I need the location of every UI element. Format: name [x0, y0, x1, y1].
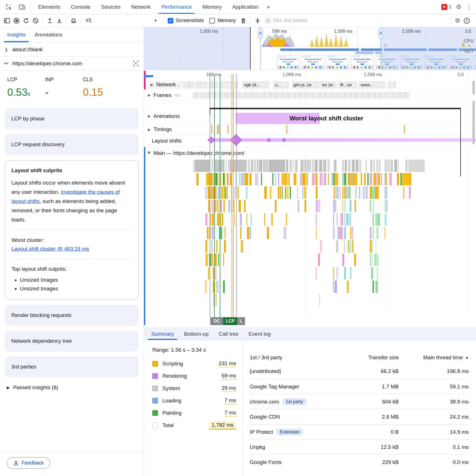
insight-card-network-dependency-tree[interactable]: Network dependency tree — [5, 331, 139, 351]
network-request-bar[interactable] — [195, 81, 199, 88]
capture-screenshot-icon[interactable] — [132, 60, 139, 67]
marker-chip-lcp[interactable]: LCP — [223, 317, 237, 325]
table-row[interactable]: chrome.com1st party604 kB38.9 ms — [250, 394, 469, 409]
panel-tab-call-tree[interactable]: Call tree — [214, 328, 244, 340]
column-header-party[interactable]: 1st / 3rd party — [250, 354, 340, 361]
inspect-element-icon[interactable] — [4, 2, 13, 12]
network-request-bar[interactable] — [212, 81, 218, 88]
metric-value: 0.53s — [7, 87, 45, 98]
filmstrip-screenshot[interactable]: A Powerful Web.Made Easier. — [302, 55, 324, 69]
column-header-transfer-size[interactable]: Transfer size — [340, 354, 399, 361]
capture-settings-gear-icon[interactable]: ⚙ — [455, 18, 460, 24]
overview-left-handle[interactable]: ‖ — [258, 28, 263, 39]
column-header-main-thread-time[interactable]: Main thread time▼ — [399, 354, 469, 361]
tab-performance[interactable]: Performance — [156, 0, 197, 14]
tab-memory[interactable]: Memory — [197, 0, 227, 14]
filmstrip-screenshot[interactable]: A Powerful Web.Made Easier. — [326, 55, 349, 69]
detail-ruler-label: 599 ms — [206, 72, 221, 77]
clear-icon[interactable] — [31, 16, 40, 25]
nav-about-blank[interactable]: ❯ about://blank — [0, 43, 144, 57]
scrollbar-thumb[interactable] — [472, 101, 475, 144]
filmstrip-screenshot[interactable]: A Powerful Web.Made Easier. — [351, 55, 374, 69]
reload-record-icon[interactable] — [21, 16, 31, 25]
legend-swatch — [152, 398, 158, 403]
garbage-collect-icon[interactable] — [239, 16, 248, 25]
panel-tab-summary[interactable]: Summary — [146, 328, 179, 340]
help-icon[interactable]: ? — [462, 16, 472, 25]
sidebar-tab-annotations[interactable]: Annotations — [31, 27, 66, 42]
main-thread-track-header[interactable]: ▶Main — https://developer.chrome.com/ — [144, 147, 476, 159]
timings-track[interactable]: ▶Timings — [144, 124, 476, 135]
memory-checkbox[interactable]: Memory — [209, 18, 236, 24]
dock-side-icon[interactable] — [2, 16, 12, 25]
history-select[interactable]: #1▼ — [83, 18, 160, 24]
sidebar-tab-insights[interactable]: Insights — [4, 27, 29, 42]
scrollbar-thumb[interactable] — [472, 81, 475, 95]
layout-shift-culprits-card[interactable]: Layout shift culprits Layout shifts occu… — [5, 160, 139, 300]
error-badge[interactable]: ✕1 — [441, 4, 451, 10]
timings-track-label[interactable]: ▶Timings — [148, 126, 172, 132]
collapse-tracks-icon[interactable] — [253, 16, 262, 25]
kebab-menu-icon[interactable]: ⋮ — [466, 4, 472, 10]
panel-tab-bottom-up[interactable]: Bottom-up — [179, 328, 214, 340]
marker-chip-l[interactable]: L — [237, 317, 245, 325]
network-request-bar[interactable] — [388, 81, 391, 88]
more-tabs-icon[interactable]: » — [264, 0, 272, 14]
network-request-bar[interactable] — [189, 81, 194, 88]
insight-card-lcp-request-discovery[interactable]: LCP request discovery — [5, 134, 139, 155]
network-request-chip[interactable]: ⚙...(w — [338, 81, 357, 88]
settings-gear-icon[interactable]: ⚙ — [456, 4, 461, 10]
feedback-button[interactable]: Feedback — [7, 457, 50, 469]
network-request-chip[interactable]: ws (w. — [320, 81, 337, 88]
passed-insights-toggle[interactable]: ▶ Passed insights (8) — [0, 377, 144, 398]
network-request-chip[interactable]: ogb (d... — [242, 81, 269, 88]
tab-elements[interactable]: Elements — [33, 0, 66, 14]
table-row[interactable]: Google Fonts229 kB0.0 ms — [250, 454, 469, 470]
culprit-list: Unsized ImagesUnsized Images — [11, 276, 132, 293]
insight-card-render-blocking-requests[interactable]: Render blocking requests — [5, 305, 139, 326]
table-row[interactable]: [unattributed]66.2 kB196.8 ms — [250, 364, 469, 379]
overview-right-handle[interactable]: ‖ — [378, 28, 383, 39]
dim-3rd-parties-checkbox[interactable]: –Dim 3rd parties — [265, 18, 307, 24]
timeline-overview[interactable]: A Powerful Web.Made Easier.A Powerful We… — [144, 27, 476, 70]
marker-chip-dc[interactable]: DC — [210, 317, 223, 325]
frames-track-label[interactable]: ▶Framesms — [148, 92, 181, 98]
live-metrics-home-icon[interactable] — [69, 16, 78, 25]
overview-ruler-label: 1,599 ms — [334, 29, 353, 34]
tab-sources[interactable]: Sources — [96, 0, 126, 14]
main-thread-flame-chart[interactable] — [144, 159, 476, 316]
layout-shifts-track-label[interactable]: Layout shifts — [148, 138, 182, 144]
tab-network[interactable]: Network — [126, 0, 156, 14]
network-request-bar[interactable] — [199, 81, 207, 88]
record-icon[interactable] — [12, 16, 21, 25]
network-request-bar[interactable] — [186, 81, 189, 88]
tab-application[interactable]: Application — [227, 0, 264, 14]
panel-tab-event-log[interactable]: Event log — [244, 328, 276, 340]
devtools-tabbar: ElementsConsoleSourcesNetworkPerformance… — [0, 0, 476, 14]
thumb-chrome — [351, 55, 373, 57]
table-row[interactable]: Unpkg12.5 kB0.1 ms — [250, 439, 469, 454]
detail-ruler-label: 1,099 ms — [283, 72, 301, 77]
network-track-label[interactable]: ▶Network .. — [148, 81, 183, 88]
table-row[interactable]: Google CDN2.6 MB24.2 ms — [250, 409, 469, 424]
insight-card-3rd-parties[interactable]: 3rd parties — [5, 356, 139, 377]
network-request-bar[interactable] — [209, 81, 212, 88]
table-row[interactable]: Google Tag Manager1.7 MB59.1 ms — [250, 379, 469, 394]
worst-cluster-link[interactable]: Layout shift cluster @ 463.15 ms — [11, 246, 89, 252]
network-request-chip[interactable]: www... — [359, 81, 385, 88]
filmstrip-screenshot[interactable]: A Powerful Web.Made Easier. — [277, 55, 300, 69]
main-track-label[interactable]: ▶Main — https://developer.chrome.com/ — [148, 150, 244, 156]
save-profile-icon[interactable] — [55, 16, 64, 25]
table-row[interactable]: IP ProtectExtension0 B14.9 ms — [250, 424, 469, 439]
timeline-detail[interactable]: 599 ms1,099 ms1,599 ms2,0 ▶Network .. og… — [144, 70, 476, 328]
network-request-chip[interactable]: gtm.js..(w — [292, 81, 319, 88]
network-request-chip[interactable]: u... — [273, 81, 289, 88]
network-request-bar[interactable] — [393, 81, 396, 88]
device-toolbar-icon[interactable] — [17, 2, 27, 12]
tab-console[interactable]: Console — [66, 0, 96, 14]
insight-card-lcp-by-phase[interactable]: LCP by phase — [5, 108, 139, 129]
screenshots-checkbox[interactable]: ✓Screenshots — [168, 18, 204, 24]
load-profile-icon[interactable] — [45, 16, 55, 25]
animations-track-label[interactable]: ▶Animations — [148, 113, 180, 119]
nav-developer-chrome[interactable]: ❯ https://developer.chrome.com — [0, 57, 144, 71]
